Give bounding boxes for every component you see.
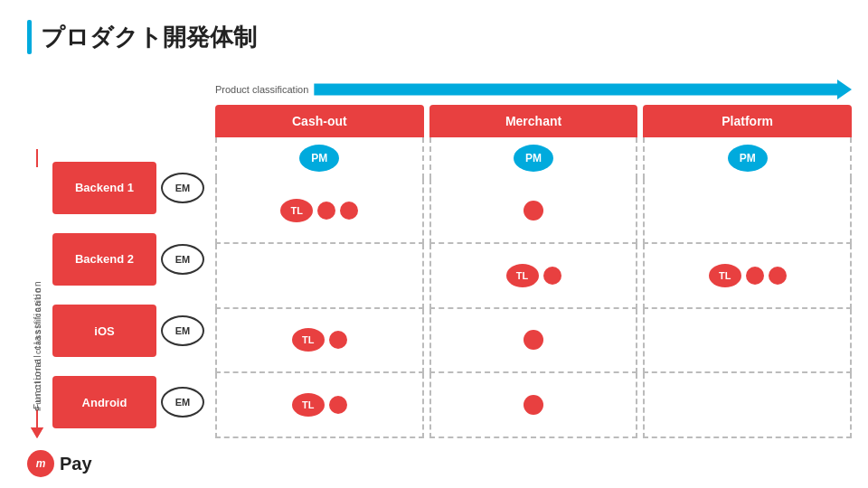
dot1-b2-merchant (543, 267, 561, 285)
cell-android-merchant (429, 373, 638, 438)
dot1-ios-cashout (329, 331, 347, 349)
pm-cell-platform: PM (643, 137, 852, 179)
cell-backend2-merchant: TL (429, 244, 638, 309)
product-classification-row: Product classification (215, 80, 852, 99)
pm-cell-merchant: PM (429, 137, 638, 179)
cell-ios-cashout: TL (215, 309, 424, 374)
cell-ios-platform (643, 309, 852, 374)
cell-android-cashout: TL (215, 373, 424, 438)
data-row-backend1: TL (215, 179, 852, 244)
pm-badge-merchant: PM (514, 145, 553, 172)
data-row-backend2: TL TL (215, 244, 852, 309)
tl-badge-b2-merchant: TL (506, 264, 539, 287)
footer-logo: m Pay (27, 450, 92, 477)
pm-cell-cashout: PM (215, 137, 424, 179)
tl-badge-ios-cashout: TL (292, 328, 325, 352)
cell-ios-merchant (429, 309, 638, 374)
cell-backend1-merchant (429, 179, 638, 244)
row-label-backend2: Backend 2 (52, 233, 156, 286)
title-accent-bar (27, 20, 32, 54)
page-title: プロダクト開発体制 (41, 22, 257, 53)
pm-badge-cashout: PM (299, 145, 339, 172)
column-headers: Cash-out Merchant Platform (215, 105, 852, 137)
logo-icon: m (27, 450, 54, 477)
cell-backend1-platform (643, 179, 852, 244)
em-badge-ios: EM (161, 315, 204, 346)
em-badge-backend1: EM (161, 173, 204, 203)
dot1-b1-cashout (317, 202, 335, 220)
data-row-ios: TL (215, 309, 852, 374)
em-badges-container: EM EM EM EM (161, 152, 212, 438)
tl-badge-android-cashout: TL (292, 393, 325, 417)
row-labels-container: Backend 1 Backend 2 iOS Android (52, 152, 156, 438)
cell-backend2-cashout (215, 244, 424, 309)
logo-text: Pay (60, 454, 92, 474)
page-title-container: プロダクト開発体制 (27, 20, 257, 54)
functional-label-text: Functional classification (27, 149, 47, 438)
dot1-android-merchant (524, 395, 543, 415)
data-row-android: TL (215, 373, 852, 438)
tl-badge-b2-platform: TL (709, 264, 741, 287)
pm-row: PM PM PM (215, 137, 852, 179)
product-class-label: Product classification (215, 84, 308, 95)
functional-arrow-icon (31, 427, 43, 438)
em-badge-backend2: EM (161, 244, 204, 275)
data-rows: TL TL TL (215, 179, 852, 438)
cell-backend2-platform: TL (643, 244, 852, 309)
cell-android-platform (643, 373, 852, 438)
row-label-backend1: Backend 1 (52, 162, 156, 214)
dot1-ios-merchant (524, 330, 543, 350)
col-header-merchant: Merchant (429, 105, 638, 137)
row-label-android: Android (52, 376, 156, 428)
dot2-b1-cashout (340, 202, 358, 220)
tl-badge-b1-cashout: TL (280, 199, 313, 222)
col-header-platform: Platform (643, 105, 852, 137)
dot1-b2-platform (746, 267, 764, 285)
functional-classification-label: Functional classification (33, 165, 42, 411)
cell-backend1-cashout: TL (215, 179, 424, 244)
col-header-cashout: Cash-out (215, 105, 424, 137)
product-classification-arrow (314, 80, 852, 99)
pm-badge-platform: PM (728, 145, 768, 172)
dot2-b2-platform (769, 267, 787, 285)
dot1-b1-merchant (524, 201, 543, 221)
em-badge-android: EM (161, 387, 204, 418)
row-label-ios: iOS (52, 305, 156, 357)
grid-area: Product classification Cash-out Merchant… (215, 80, 852, 438)
dot1-android-cashout (329, 396, 347, 414)
